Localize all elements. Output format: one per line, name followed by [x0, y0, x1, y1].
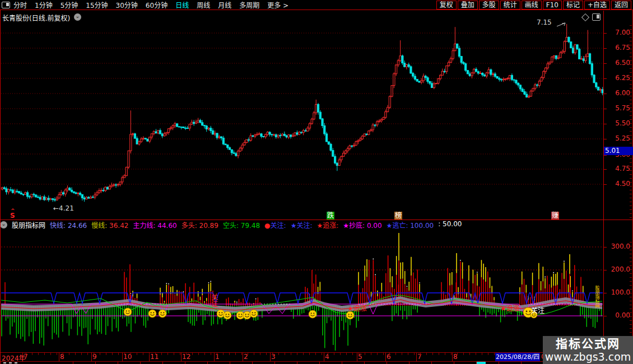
period-多周期[interactable]: 多周期: [239, 0, 259, 10]
period-5分钟[interactable]: 5分钟: [60, 0, 78, 10]
panel-toggle-icon[interactable]: [592, 13, 601, 21]
action-标记[interactable]: 标记: [563, 1, 583, 10]
period-日线[interactable]: 日线: [175, 0, 189, 10]
smiley-emoji: [159, 310, 166, 318]
current-date-badge: 2025/08/28/四: [495, 353, 540, 361]
indicator-header: ⌄ 股朋指标网 快线: 24.66慢线: 36.42主力线: 44.60多头: …: [0, 220, 603, 230]
smiley-emoji: [346, 311, 354, 319]
action-+自选[interactable]: +自选: [584, 1, 610, 10]
action-统计[interactable]: 统计: [500, 1, 520, 10]
axis-separator: [603, 11, 604, 361]
action-返回[interactable]: 返回: [611, 1, 631, 10]
window-split-icon[interactable]: [2, 2, 10, 8]
action-叠加[interactable]: 叠加: [458, 1, 478, 10]
indicator-source: 股朋指标网: [12, 220, 45, 230]
period-1分钟[interactable]: 1分钟: [35, 0, 53, 10]
watermark-logo: 指标公式网 www.zbgs3.com: [543, 336, 633, 364]
indicator-field: 主力线: 44.60: [133, 220, 176, 230]
ad-tag: 榜: [394, 212, 402, 220]
period-30分钟[interactable]: 30分钟: [116, 0, 138, 10]
indicator-field: ★抄底: 0.00: [343, 220, 381, 230]
indicator-field: 空头: 79.48: [223, 220, 260, 230]
frame-left: [0, 0, 1, 364]
tdx-stock-window: 7.006.756.506.256.005.755.505.255.004.75…: [0, 0, 633, 364]
smiley-emoji: [148, 310, 156, 318]
smiley-emoji: [224, 311, 231, 319]
clipped-row-fragment: [477, 362, 486, 364]
period-更多 >[interactable]: 更多 >: [267, 0, 288, 10]
ad-tag: 跌: [327, 212, 334, 220]
action-画线[interactable]: 画线: [522, 1, 542, 10]
charts-canvas[interactable]: [0, 0, 633, 364]
indicator-field: ●关注:: [264, 220, 286, 230]
smiley-emoji: [530, 311, 537, 318]
smiley-emoji: [309, 310, 316, 318]
action-复权[interactable]: 复权: [436, 1, 457, 10]
diamond-icon[interactable]: [581, 13, 589, 21]
period-周线[interactable]: 周线: [197, 0, 210, 10]
indicator-field: : 50.00: [438, 220, 462, 230]
indicator-values: 快线: 24.66慢线: 36.42主力线: 44.60多头: 20.89空头:…: [50, 220, 462, 230]
last-price-badge: 5.01: [604, 147, 633, 155]
indicator-field: 慢线: 36.42: [91, 220, 128, 230]
smiley-emoji: [124, 308, 132, 316]
indicator-field: ★追涨:: [316, 220, 338, 230]
chevron-down-icon[interactable]: ⌄: [74, 13, 81, 21]
indicator-field: 快线: 24.66: [50, 220, 87, 230]
title-bar: 长青股份(日线.前复权) ⌄: [0, 11, 633, 22]
action-buttons: 复权叠加多股统计画线F10标记+自选返回: [436, 1, 631, 10]
period-menu: 分时1分钟5分钟15分钟30分钟60分钟日线周线月线多周期更多 >: [13, 0, 288, 10]
logo-title: 指标公式网: [556, 337, 620, 351]
period-分时[interactable]: 分时: [13, 0, 27, 10]
action-F10[interactable]: F10: [543, 1, 562, 10]
indicator-field: ★关注:: [291, 220, 313, 230]
page-title: 长青股份(日线.前复权): [2, 13, 70, 22]
indicator-field: 多头: 20.89: [181, 220, 218, 230]
top-menu-bar: 分时1分钟5分钟15分钟30分钟60分钟日线周线月线多周期更多 > 复权叠加多股…: [0, 0, 633, 10]
year-label: 2024年: [2, 353, 26, 362]
time-axis-bottom-line: [0, 361, 633, 362]
period-15分钟[interactable]: 15分钟: [86, 0, 108, 10]
period-月线[interactable]: 月线: [218, 0, 231, 10]
action-多股[interactable]: 多股: [479, 1, 499, 10]
indicator-field: ★逃亡: 100.00: [387, 220, 434, 230]
chevron-down-icon[interactable]: ⌄: [0, 221, 7, 228]
logo-url: www.zbgs3.com: [545, 351, 631, 363]
smiley-emoji: [250, 310, 258, 318]
ad-tag: 赚: [551, 212, 559, 220]
period-60分钟[interactable]: 60分钟: [146, 0, 167, 10]
